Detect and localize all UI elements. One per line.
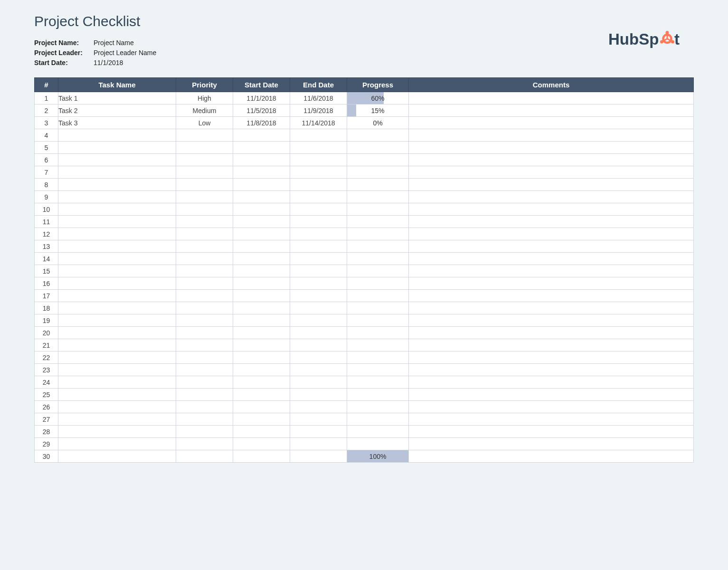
end-date-cell[interactable] bbox=[290, 179, 347, 191]
progress-cell[interactable] bbox=[347, 142, 409, 154]
task-name-cell[interactable] bbox=[58, 450, 176, 463]
start-date-cell[interactable] bbox=[233, 228, 290, 240]
task-name-cell[interactable] bbox=[58, 265, 176, 277]
progress-cell[interactable] bbox=[347, 265, 409, 277]
task-name-cell[interactable] bbox=[58, 438, 176, 450]
progress-cell[interactable] bbox=[347, 228, 409, 240]
end-date-cell[interactable] bbox=[290, 438, 347, 450]
start-date-cell[interactable] bbox=[233, 413, 290, 426]
comments-cell[interactable] bbox=[409, 426, 694, 438]
comments-cell[interactable] bbox=[409, 179, 694, 191]
end-date-cell[interactable] bbox=[290, 166, 347, 179]
comments-cell[interactable] bbox=[409, 265, 694, 277]
end-date-cell[interactable] bbox=[290, 265, 347, 277]
priority-cell[interactable] bbox=[176, 216, 233, 228]
end-date-cell[interactable] bbox=[290, 228, 347, 240]
priority-cell[interactable] bbox=[176, 438, 233, 450]
comments-cell[interactable] bbox=[409, 277, 694, 290]
task-name-cell[interactable] bbox=[58, 352, 176, 364]
start-date-cell[interactable] bbox=[233, 352, 290, 364]
task-name-cell[interactable] bbox=[58, 129, 176, 142]
priority-cell[interactable] bbox=[176, 166, 233, 179]
meta-value[interactable]: 11/1/2018 bbox=[94, 58, 123, 68]
start-date-cell[interactable] bbox=[233, 364, 290, 376]
comments-cell[interactable] bbox=[409, 154, 694, 166]
comments-cell[interactable] bbox=[409, 376, 694, 389]
start-date-cell[interactable] bbox=[233, 166, 290, 179]
priority-cell[interactable] bbox=[176, 339, 233, 352]
progress-cell[interactable]: 0% bbox=[347, 117, 409, 129]
progress-cell[interactable] bbox=[347, 191, 409, 203]
task-name-cell[interactable] bbox=[58, 253, 176, 265]
progress-cell[interactable] bbox=[347, 179, 409, 191]
progress-cell[interactable]: 100% bbox=[347, 450, 409, 463]
task-name-cell[interactable] bbox=[58, 426, 176, 438]
start-date-cell[interactable] bbox=[233, 203, 290, 216]
progress-cell[interactable] bbox=[347, 389, 409, 401]
task-name-cell[interactable] bbox=[58, 413, 176, 426]
comments-cell[interactable] bbox=[409, 314, 694, 327]
task-name-cell[interactable] bbox=[58, 216, 176, 228]
priority-cell[interactable] bbox=[176, 240, 233, 253]
start-date-cell[interactable]: 11/8/2018 bbox=[233, 117, 290, 129]
priority-cell[interactable] bbox=[176, 327, 233, 339]
end-date-cell[interactable] bbox=[290, 290, 347, 302]
end-date-cell[interactable] bbox=[290, 401, 347, 413]
priority-cell[interactable] bbox=[176, 302, 233, 314]
end-date-cell[interactable] bbox=[290, 129, 347, 142]
task-name-cell[interactable]: Task 2 bbox=[58, 104, 176, 117]
comments-cell[interactable] bbox=[409, 142, 694, 154]
end-date-cell[interactable] bbox=[290, 426, 347, 438]
progress-cell[interactable] bbox=[347, 253, 409, 265]
progress-cell[interactable] bbox=[347, 426, 409, 438]
comments-cell[interactable] bbox=[409, 203, 694, 216]
task-name-cell[interactable] bbox=[58, 166, 176, 179]
start-date-cell[interactable] bbox=[233, 426, 290, 438]
task-name-cell[interactable] bbox=[58, 389, 176, 401]
comments-cell[interactable] bbox=[409, 364, 694, 376]
priority-cell[interactable] bbox=[176, 203, 233, 216]
task-name-cell[interactable] bbox=[58, 302, 176, 314]
comments-cell[interactable] bbox=[409, 104, 694, 117]
end-date-cell[interactable] bbox=[290, 413, 347, 426]
progress-cell[interactable] bbox=[347, 240, 409, 253]
progress-cell[interactable] bbox=[347, 277, 409, 290]
end-date-cell[interactable]: 11/14/2018 bbox=[290, 117, 347, 129]
progress-cell[interactable] bbox=[347, 376, 409, 389]
task-name-cell[interactable] bbox=[58, 203, 176, 216]
progress-cell[interactable] bbox=[347, 327, 409, 339]
end-date-cell[interactable] bbox=[290, 327, 347, 339]
meta-value[interactable]: Project Name bbox=[94, 38, 134, 48]
start-date-cell[interactable] bbox=[233, 265, 290, 277]
progress-cell[interactable] bbox=[347, 352, 409, 364]
task-name-cell[interactable] bbox=[58, 314, 176, 327]
priority-cell[interactable] bbox=[176, 277, 233, 290]
comments-cell[interactable] bbox=[409, 240, 694, 253]
task-name-cell[interactable] bbox=[58, 364, 176, 376]
comments-cell[interactable] bbox=[409, 450, 694, 463]
priority-cell[interactable] bbox=[176, 191, 233, 203]
start-date-cell[interactable]: 11/1/2018 bbox=[233, 92, 290, 104]
priority-cell[interactable] bbox=[176, 142, 233, 154]
progress-cell[interactable] bbox=[347, 302, 409, 314]
end-date-cell[interactable] bbox=[290, 203, 347, 216]
priority-cell[interactable] bbox=[176, 401, 233, 413]
comments-cell[interactable] bbox=[409, 216, 694, 228]
progress-cell[interactable] bbox=[347, 154, 409, 166]
priority-cell[interactable] bbox=[176, 129, 233, 142]
end-date-cell[interactable]: 11/6/2018 bbox=[290, 92, 347, 104]
start-date-cell[interactable] bbox=[233, 327, 290, 339]
priority-cell[interactable] bbox=[176, 364, 233, 376]
comments-cell[interactable] bbox=[409, 352, 694, 364]
comments-cell[interactable] bbox=[409, 438, 694, 450]
priority-cell[interactable] bbox=[176, 389, 233, 401]
end-date-cell[interactable] bbox=[290, 191, 347, 203]
task-name-cell[interactable]: Task 3 bbox=[58, 117, 176, 129]
priority-cell[interactable] bbox=[176, 154, 233, 166]
start-date-cell[interactable] bbox=[233, 179, 290, 191]
progress-cell[interactable]: 15% bbox=[347, 104, 409, 117]
progress-cell[interactable] bbox=[347, 401, 409, 413]
task-name-cell[interactable] bbox=[58, 339, 176, 352]
comments-cell[interactable] bbox=[409, 129, 694, 142]
comments-cell[interactable] bbox=[409, 253, 694, 265]
